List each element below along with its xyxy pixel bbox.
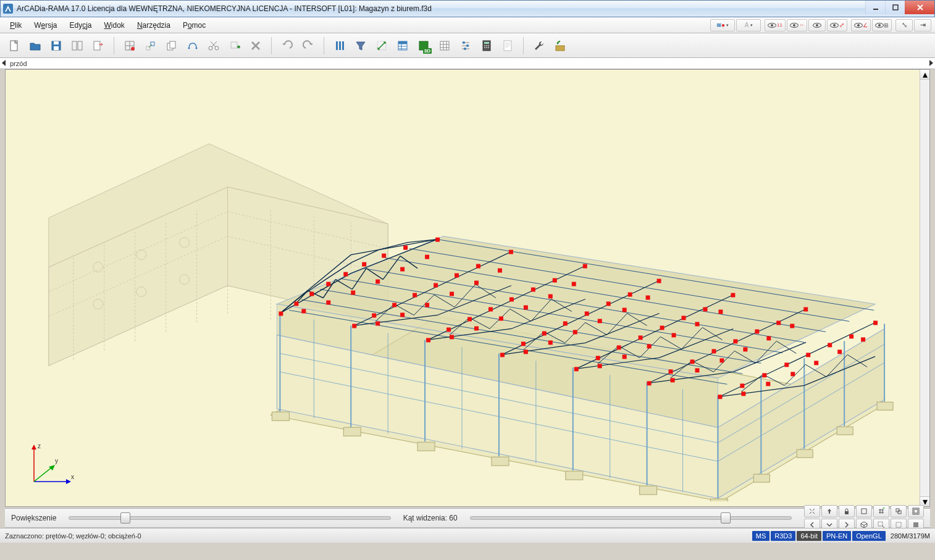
menu-pomoc[interactable]: Pomoc bbox=[177, 19, 212, 31]
fullscreen-button[interactable] bbox=[908, 505, 924, 517]
maximize-button[interactable] bbox=[885, 1, 905, 14]
svg-point-27 bbox=[463, 41, 465, 44]
svg-rect-237 bbox=[790, 324, 794, 328]
eye-num-toggle[interactable]: 11 bbox=[765, 19, 786, 31]
hide-button[interactable] bbox=[856, 505, 872, 517]
svg-rect-208 bbox=[623, 307, 627, 312]
svg-rect-149 bbox=[753, 474, 769, 482]
move-node-button[interactable] bbox=[141, 36, 160, 55]
view3d-button[interactable]: 3D bbox=[414, 36, 433, 55]
redo-button[interactable] bbox=[299, 36, 317, 55]
svg-rect-210 bbox=[574, 367, 579, 371]
filter-button[interactable] bbox=[351, 36, 370, 55]
tools-button[interactable] bbox=[530, 36, 548, 55]
export-button[interactable] bbox=[89, 36, 107, 55]
svg-rect-239 bbox=[740, 383, 744, 388]
eye-dim-toggle[interactable]: ↔ bbox=[787, 19, 807, 31]
ruler-left-arrow[interactable] bbox=[1, 59, 7, 68]
svg-rect-262 bbox=[862, 509, 866, 514]
svg-rect-193 bbox=[524, 305, 528, 309]
grid-button[interactable] bbox=[120, 36, 139, 55]
layers-toggle[interactable]: ≋●▾ bbox=[710, 19, 735, 31]
scroll-up-button[interactable]: ▴ bbox=[920, 70, 929, 80]
svg-rect-21 bbox=[342, 41, 344, 50]
vertical-scrollbar[interactable]: ▴ ▾ bbox=[920, 70, 929, 506]
layers-plus-button[interactable] bbox=[891, 505, 907, 517]
mirror-button[interactable] bbox=[183, 36, 202, 55]
svg-rect-176 bbox=[375, 321, 380, 325]
eye-diag-toggle[interactable]: ⤢ bbox=[827, 19, 847, 31]
viewport-3d[interactable]: z x y ▴ ▾ bbox=[5, 69, 930, 507]
svg-rect-250 bbox=[837, 349, 842, 354]
settings-sliders-button[interactable] bbox=[456, 36, 475, 55]
add-node-button[interactable] bbox=[225, 36, 244, 55]
svg-rect-224 bbox=[647, 381, 652, 385]
fov-slider[interactable] bbox=[470, 516, 792, 520]
cut-button[interactable] bbox=[204, 36, 223, 55]
copy-button[interactable] bbox=[162, 36, 181, 55]
minimize-button[interactable] bbox=[865, 1, 885, 14]
lock-button[interactable] bbox=[839, 505, 855, 517]
status-pill-opengl[interactable]: OpenGL bbox=[852, 531, 886, 541]
svg-rect-242 bbox=[806, 353, 810, 357]
menu-plik[interactable]: Plik bbox=[4, 19, 28, 31]
svg-rect-219 bbox=[623, 354, 627, 359]
svg-rect-187 bbox=[531, 288, 535, 292]
svg-rect-218 bbox=[598, 364, 602, 368]
eye-angle-toggle[interactable]: ∠ bbox=[851, 19, 871, 31]
zoom-slider[interactable] bbox=[69, 516, 390, 520]
matrix-button[interactable] bbox=[435, 36, 454, 55]
eye-grid-toggle[interactable]: ⊞ bbox=[872, 19, 892, 31]
svg-rect-207 bbox=[598, 319, 602, 323]
delete-button[interactable] bbox=[246, 36, 265, 55]
open-file-button[interactable] bbox=[26, 36, 44, 55]
window-title: ArCADia-RAMA 17.0 Licencja dla WEWNĘTRZN… bbox=[17, 4, 932, 13]
status-pill-r3d3[interactable]: R3D3 bbox=[771, 531, 795, 541]
svg-rect-220 bbox=[647, 344, 652, 348]
svg-rect-191 bbox=[474, 326, 479, 330]
config-button[interactable] bbox=[551, 36, 569, 55]
up-arrow-button[interactable] bbox=[821, 505, 837, 517]
svg-rect-217 bbox=[731, 293, 735, 298]
svg-rect-144 bbox=[417, 442, 435, 451]
svg-rect-195 bbox=[572, 282, 576, 286]
transform-button[interactable] bbox=[372, 36, 391, 55]
columns-button[interactable] bbox=[330, 36, 349, 55]
menu-narzedzia[interactable]: Narzędzia bbox=[131, 19, 177, 31]
undo-button[interactable] bbox=[278, 36, 296, 55]
svg-rect-163 bbox=[326, 300, 330, 304]
report-button[interactable] bbox=[498, 36, 517, 55]
new-file-button[interactable] bbox=[5, 36, 23, 55]
svg-rect-142 bbox=[272, 412, 289, 420]
menu-widok[interactable]: Widok bbox=[98, 19, 131, 31]
svg-point-33 bbox=[486, 45, 487, 46]
zoom-label: Powiększenie bbox=[11, 514, 56, 522]
calculator-button[interactable] bbox=[477, 36, 496, 55]
svg-rect-180 bbox=[474, 281, 479, 285]
svg-rect-225 bbox=[669, 369, 673, 374]
menu-edycja[interactable]: Edycja bbox=[64, 19, 98, 31]
grid-plus-button[interactable] bbox=[873, 505, 889, 517]
svg-rect-203 bbox=[657, 279, 661, 283]
text-style-toggle[interactable]: A▾ bbox=[736, 19, 761, 31]
menu-wersja[interactable]: Wersja bbox=[28, 19, 63, 31]
svg-point-40 bbox=[557, 42, 559, 44]
svg-rect-170 bbox=[392, 303, 396, 307]
snap-x-toggle[interactable]: ⤡ bbox=[895, 19, 913, 31]
ruler-right-arrow[interactable] bbox=[928, 59, 934, 68]
eye-plain-toggle[interactable] bbox=[808, 19, 826, 31]
save-button[interactable] bbox=[47, 36, 65, 55]
svg-rect-205 bbox=[548, 340, 553, 345]
svg-rect-172 bbox=[434, 283, 438, 288]
status-pill-pnen[interactable]: PN-EN bbox=[823, 531, 851, 541]
snap-i-toggle[interactable]: ⇥ bbox=[914, 19, 931, 31]
main-toolbar: 3D bbox=[0, 33, 935, 58]
close-button[interactable] bbox=[905, 1, 934, 14]
zoom-extents-button[interactable] bbox=[804, 505, 820, 517]
status-pill-ms[interactable]: MS bbox=[752, 531, 770, 541]
layout-button[interactable] bbox=[68, 36, 86, 55]
svg-rect-267 bbox=[878, 522, 883, 526]
svg-rect-179 bbox=[450, 292, 454, 296]
table-button[interactable] bbox=[393, 36, 412, 55]
svg-rect-235 bbox=[743, 347, 747, 351]
